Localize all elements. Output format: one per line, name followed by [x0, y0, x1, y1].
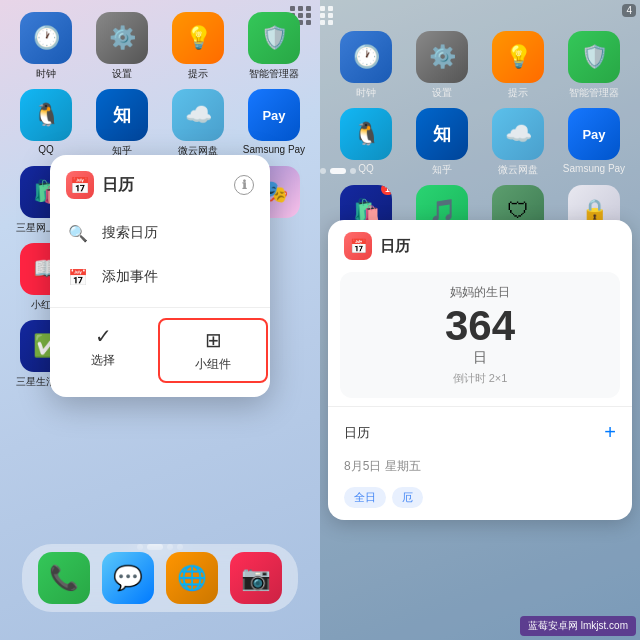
manager-icon: 🛡️ [248, 12, 300, 64]
widget-label: 小组件 [195, 356, 231, 373]
right-app-reminder[interactable]: 💡 提示 [484, 31, 552, 100]
browser-dock-icon: 🌐 [166, 552, 218, 604]
right-app-pay[interactable]: Pay Samsung Pay [560, 108, 628, 177]
app-zhihu[interactable]: 知 知乎 [88, 89, 156, 158]
widget-date: 8月5日 星期五 [328, 454, 632, 483]
messages-dock-icon: 💬 [102, 552, 154, 604]
bottom-dock: 📞 💬 🌐 📷 [22, 544, 298, 612]
widget-divider [328, 406, 632, 407]
calendar-widget-panel: 📅 日历 妈妈的生日 364 日 倒计时 2×1 日历 + 8月5日 星期五 全… [328, 220, 632, 520]
reminder-icon: 💡 [172, 12, 224, 64]
add-event-icon: 📅 [66, 265, 90, 289]
right-app-zhihu[interactable]: 知 知乎 [408, 108, 476, 177]
left-panel: 🕐 时钟 ⚙️ 设置 💡 提示 🛡️ 智能管理器 🐧 QQ [0, 0, 320, 640]
add-event-label: 添加事件 [102, 268, 158, 286]
widget-title: 日历 [380, 237, 410, 256]
search-label: 搜索日历 [102, 224, 158, 242]
right-manager-label: 智能管理器 [569, 86, 619, 100]
dock-camera[interactable]: 📷 [230, 552, 282, 604]
right-clock-label: 时钟 [356, 86, 376, 100]
right-panel: 4 🕐 时钟 ⚙️ 设置 💡 提示 🛡️ 智能管理器 🐧 [320, 0, 640, 640]
widget-header: 📅 日历 [328, 220, 632, 268]
right-manager-icon: 🛡️ [568, 31, 620, 83]
right-dot-2-active [330, 168, 346, 174]
right-app-manager[interactable]: 🛡️ 智能管理器 [560, 31, 628, 100]
clock-icon: 🕐 [20, 12, 72, 64]
tag-all-day[interactable]: 全日 [344, 487, 386, 508]
add-event-button[interactable]: + [604, 421, 616, 444]
camera-dock-icon: 📷 [230, 552, 282, 604]
reminder-label: 提示 [188, 67, 208, 81]
select-action[interactable]: ✓ 选择 [50, 316, 156, 385]
dock-phone[interactable]: 📞 [38, 552, 90, 604]
right-app-weiyun[interactable]: ☁️ 微云网盘 [484, 108, 552, 177]
phone-dock-icon: 📞 [38, 552, 90, 604]
pay-label: Samsung Pay [243, 144, 305, 155]
screen-container: 🕐 时钟 ⚙️ 设置 💡 提示 🛡️ 智能管理器 🐧 QQ [0, 0, 640, 640]
footer-label: 日历 [344, 424, 370, 442]
app-qq[interactable]: 🐧 QQ [12, 89, 80, 158]
context-menu-app-icon: 📅 [66, 171, 94, 199]
widget-icon: ⊞ [205, 328, 222, 352]
widget-action[interactable]: ⊞ 小组件 [158, 318, 268, 383]
select-icon: ✓ [95, 324, 112, 348]
right-badge-num: 4 [622, 4, 636, 17]
right-zhihu-icon: 知 [416, 108, 468, 160]
weiyun-icon: ☁️ [172, 89, 224, 141]
search-icon: 🔍 [66, 221, 90, 245]
widget-calendar-icon: 📅 [344, 232, 372, 260]
context-menu-search[interactable]: 🔍 搜索日历 [50, 211, 270, 255]
right-pay-icon: Pay [568, 108, 620, 160]
app-weiyun[interactable]: ☁️ 微云网盘 [164, 89, 232, 158]
event-countdown: 倒计时 2×1 [356, 371, 604, 386]
clock-label: 时钟 [36, 67, 56, 81]
right-settings-label: 设置 [432, 86, 452, 100]
right-app-clock[interactable]: 🕐 时钟 [332, 31, 400, 100]
dock-browser[interactable]: 🌐 [166, 552, 218, 604]
settings-icon: ⚙️ [96, 12, 148, 64]
right-grid-menu-button[interactable] [320, 6, 632, 25]
app-clock[interactable]: 🕐 时钟 [12, 12, 80, 81]
app-reminder[interactable]: 💡 提示 [164, 12, 232, 81]
info-button[interactable]: ℹ [234, 175, 254, 195]
app-settings[interactable]: ⚙️ 设置 [88, 12, 156, 81]
context-menu: 📅 日历 ℹ 🔍 搜索日历 📅 添加事件 ✓ 选择 [50, 155, 270, 397]
manager-label: 智能管理器 [249, 67, 299, 81]
app-manager[interactable]: 🛡️ 智能管理器 [240, 12, 308, 81]
event-card: 妈妈的生日 364 日 倒计时 2×1 [340, 272, 620, 398]
context-menu-header: 📅 日历 ℹ [50, 167, 270, 211]
event-name: 妈妈的生日 [356, 284, 604, 301]
right-settings-icon: ⚙️ [416, 31, 468, 83]
right-reminder-icon: 💡 [492, 31, 544, 83]
qq-icon: 🐧 [20, 89, 72, 141]
right-app-settings[interactable]: ⚙️ 设置 [408, 31, 476, 100]
right-weiyun-icon: ☁️ [492, 108, 544, 160]
event-days: 364 [356, 305, 604, 347]
dock-messages[interactable]: 💬 [102, 552, 154, 604]
right-store-badge: 1 [381, 185, 392, 195]
right-app-row-1: 🕐 时钟 ⚙️ 设置 💡 提示 🛡️ 智能管理器 [320, 27, 640, 104]
right-qq-icon: 🐧 [340, 108, 392, 160]
right-reminder-label: 提示 [508, 86, 528, 100]
right-dot-1 [320, 168, 326, 174]
context-menu-actions: ✓ 选择 ⊞ 小组件 [50, 307, 270, 385]
app-row-1: 🕐 时钟 ⚙️ 设置 💡 提示 🛡️ 智能管理器 [0, 8, 320, 85]
right-page-dots [320, 168, 640, 174]
right-clock-icon: 🕐 [340, 31, 392, 83]
watermark: 蓝莓安卓网 lmkjst.com [520, 616, 636, 636]
widget-tags: 全日 厄 [328, 483, 632, 520]
context-menu-add-event[interactable]: 📅 添加事件 [50, 255, 270, 299]
context-menu-title-text: 日历 [102, 175, 134, 196]
pay-icon: Pay [248, 89, 300, 141]
zhihu-icon: 知 [96, 89, 148, 141]
right-app-qq[interactable]: 🐧 QQ [332, 108, 400, 177]
widget-footer: 日历 + [328, 411, 632, 454]
select-label: 选择 [91, 352, 115, 369]
event-unit: 日 [356, 349, 604, 367]
tag-secondary[interactable]: 厄 [392, 487, 423, 508]
app-samsung-pay[interactable]: Pay Samsung Pay [240, 89, 308, 158]
right-dot-3 [350, 168, 356, 174]
app-row-2: 🐧 QQ 知 知乎 ☁️ 微云网盘 Pay Samsung Pay [0, 85, 320, 162]
qq-label: QQ [38, 144, 54, 155]
settings-label: 设置 [112, 67, 132, 81]
